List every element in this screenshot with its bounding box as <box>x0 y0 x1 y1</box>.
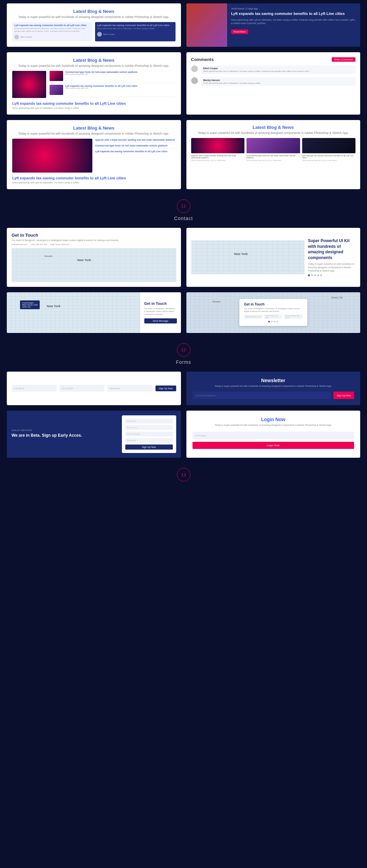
sp-dot-4[interactable] <box>317 274 319 276</box>
lyft-read-more-btn[interactable]: Read More <box>231 29 249 34</box>
blog-images-subtitle: Today is super powerful lot with hundred… <box>191 131 356 135</box>
blog-img-thumb-3 <box>302 138 356 153</box>
section-11-title: Contact <box>174 216 193 221</box>
lb-bottom-desc: Since partnering with Lyft on rideshare,… <box>12 107 176 109</box>
lyft-card-image <box>186 3 227 47</box>
blog-images-row: SpaceX with a triple booster landing and… <box>191 138 356 161</box>
blog-images-section: Latest Blog & News Today is super powerf… <box>7 120 360 189</box>
forms-row-2: SIGN UP / BETA TEST We are in Beta. Sign… <box>7 411 360 458</box>
beta-form-field-4[interactable]: Password <box>125 438 173 443</box>
lb-bottom: Lyft expands tax-saving commuter benefit… <box>12 101 176 109</box>
git-overlay-dot-3[interactable] <box>274 321 275 322</box>
blog-news-card-1: Latest Blog & News Today is super powerf… <box>7 3 181 47</box>
contact-info-row-1: hello@email.com +001 000 222 Vec Main St… <box>12 243 176 245</box>
comment-avatar-1 <box>191 65 198 72</box>
bi-desc-3: Since partnering with Lyft on rideshare. <box>302 159 356 161</box>
git-title: Get in Touch <box>144 301 177 305</box>
section-11-number: 11 <box>177 199 190 213</box>
git-overlay-dot-1[interactable] <box>268 321 270 322</box>
blog-sidebar-article-3: Lyft expands tax-saving commuter benefit… <box>95 150 175 154</box>
git-overlay-field-2[interactable]: +001 000 222 Vec <box>264 315 282 319</box>
login-username-field[interactable]: Username <box>192 432 354 439</box>
large-blog-articles-list: Commercial type fonts for full-scale nat… <box>50 71 176 98</box>
blog-img-thumb-2 <box>246 138 300 153</box>
contact-address-1: Main Street 336 NYC <box>51 243 70 245</box>
sp-map: New York <box>191 240 305 274</box>
map-placeholder-1: New York Newark <box>12 248 176 282</box>
avatar-1 <box>14 35 19 39</box>
login-now-btn[interactable]: Login Now <box>192 442 354 449</box>
blog-sidebar-content: SpaceX with a triple booster landing and… <box>12 139 176 173</box>
newsletter-dark-fields: Your Email Address Sign Up Now <box>192 392 354 399</box>
beta-form-btn[interactable]: Sign Up Now <box>125 445 173 450</box>
lb-article-img-2 <box>50 85 63 95</box>
map-inner-1 <box>12 248 176 282</box>
lyft-desc: Since partnering with Lyft on rideshare,… <box>231 18 356 25</box>
git-overlay-field-3[interactable]: Main Street 336 NYC <box>284 315 302 319</box>
large-blog-image-inner <box>12 71 46 98</box>
git-overlay-dot-2[interactable] <box>271 321 273 322</box>
lyft-title: Lyft expands tax-saving commuter benefit… <box>231 11 356 16</box>
newsletter-signup-btn[interactable]: Sign Up Now <box>155 386 176 391</box>
comment-text-2: Since partnering with Lyft on rideshare,… <box>203 82 353 84</box>
login-desc: Today is super powerful lot with hundred… <box>192 423 354 427</box>
blog-sidebar-featured-img <box>12 139 92 173</box>
lb-bottom-title: Lyft expands tax-saving commuter benefit… <box>12 101 176 105</box>
large-blog-featured-img <box>12 71 46 98</box>
comment-item-1: Elliot Cooper Since partnering with Lyft… <box>191 65 356 74</box>
beta-form-field-1[interactable]: Full Name <box>125 419 173 423</box>
beta-title: We are in Beta. Sign up Early Acces. <box>12 433 118 438</box>
sp-dot-5[interactable] <box>320 274 322 276</box>
lb-article-text-2: Lyft expands tax-saving commuter benefit… <box>65 85 137 89</box>
comment-content-1: Elliot Cooper Since partnering with Lyft… <box>201 65 356 74</box>
avatar-name-1: Elliot Cooper <box>20 36 32 38</box>
sp-dot-2[interactable] <box>311 274 313 276</box>
beta-form-field-2[interactable]: Your Email <box>125 425 173 430</box>
avatar-row-1: Elliot Cooper <box>14 35 90 39</box>
newsletter-dark-btn[interactable]: Sign Up Now <box>333 392 354 399</box>
newsletter-field-2[interactable]: Your Email <box>59 385 105 392</box>
newsletter-dark-email-field[interactable]: Your Email Address <box>192 392 332 399</box>
git-send-btn[interactable]: Send Message <box>144 318 177 323</box>
comment-author-1: Elliot Cooper <box>203 67 353 70</box>
large-blog-subtitle: Today is super powerful lot with hundred… <box>12 64 176 67</box>
newsletter-field-1[interactable]: Full Name <box>12 385 57 392</box>
section-11-label-row: 11 Contact <box>7 199 360 221</box>
map-label-1: New York <box>77 258 91 262</box>
comments-card: Comments Write a Comment Elliot Cooper S… <box>186 52 361 115</box>
git-overlay-desc: Our team of designers, developers & stra… <box>244 307 302 313</box>
section-12-number: 12 <box>177 343 190 357</box>
beta-form: Full Name Your Email Phone Number Passwo… <box>122 415 176 453</box>
blog-img-item-2: Commercial type fonts for full-scale nat… <box>246 138 300 161</box>
top-blog-section: Latest Blog & News Today is super powerf… <box>7 3 360 47</box>
git-left-map-inner <box>7 292 140 333</box>
comments-header: Comments Write a Comment <box>191 57 356 62</box>
large-blog-card: Latest Blog & News Today is super powerf… <box>7 52 181 115</box>
git-overlay-fields: hello@email.com +001 000 222 Vec Main St… <box>244 315 302 319</box>
contact-title-1: Get in Touch <box>12 233 176 238</box>
newsletter-field-3[interactable]: Password <box>107 385 152 392</box>
write-comment-btn[interactable]: Write a Comment <box>332 57 355 62</box>
beta-form-field-3[interactable]: Phone Number <box>125 432 173 436</box>
sp-dots <box>308 274 355 276</box>
bi-text-3: Lyft expands tax-saving commuter benefit… <box>302 155 356 159</box>
beta-left: SIGN UP / BETA TEST We are in Beta. Sign… <box>12 429 118 439</box>
contact-desc-1: Our team of designers, developers & stra… <box>12 239 176 241</box>
login-title: Login Now <box>192 417 354 422</box>
bi-desc-2: Since partnering with Lyft on rideshare. <box>246 159 300 161</box>
newsletter-dark-title: Newsletter <box>192 378 354 383</box>
sp-dot-1[interactable] <box>308 274 310 276</box>
avatar-2 <box>97 32 102 37</box>
blog-articles-row-1: Lyft expands tax-saving commuter benefit… <box>12 22 176 41</box>
git-left-map-label: New York <box>47 304 60 308</box>
git-overlay-field-1[interactable]: hello@email.com <box>244 315 263 319</box>
contact-section-row2: New York Copenhagen Main Street 1234 220… <box>7 292 360 333</box>
git-overlay-dot-4[interactable] <box>276 321 278 322</box>
large-blog-content: Commercial type fonts for full-scale nat… <box>12 71 176 98</box>
article-title-2: Lyft expands tax-saving commuter benefit… <box>97 24 173 26</box>
sp-dot-3[interactable] <box>314 274 316 276</box>
avatar-name-2: Elliot Cooper <box>103 33 115 35</box>
blog-sidebar-article-1: SpaceX with a triple booster landing and… <box>95 139 175 143</box>
beta-tag: SIGN UP / BETA TEST <box>12 429 118 431</box>
git-pin-zip: 2200, DK <box>22 306 38 308</box>
